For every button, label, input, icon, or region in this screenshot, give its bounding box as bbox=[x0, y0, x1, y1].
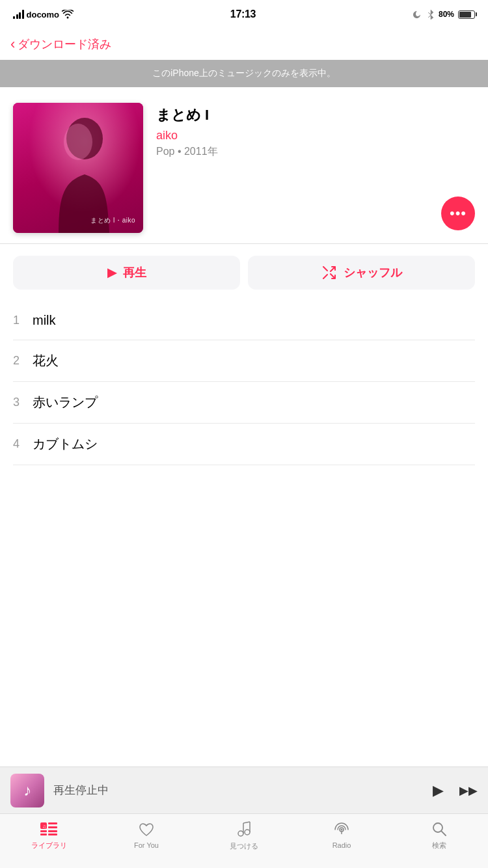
wifi-icon bbox=[62, 10, 74, 19]
track-list: 1 milk 2 花火 3 赤いランプ 4 カブトムシ bbox=[0, 301, 488, 465]
mini-player[interactable]: 再生停止中 ▶ ▶▶ bbox=[0, 766, 488, 813]
signal-icon bbox=[13, 10, 24, 19]
shuffle-label: シャッフル bbox=[344, 265, 402, 280]
track-number-2: 2 bbox=[13, 354, 33, 368]
mini-song-title: 再生停止中 bbox=[53, 783, 433, 798]
search-icon bbox=[432, 822, 446, 839]
svg-point-10 bbox=[238, 831, 243, 836]
tab-search-label: 検索 bbox=[432, 841, 446, 850]
svg-text:♫: ♫ bbox=[42, 824, 46, 830]
tab-library-label: ライブラリ bbox=[31, 841, 67, 850]
svg-point-17 bbox=[341, 829, 343, 831]
more-button[interactable]: ••• bbox=[441, 197, 475, 230]
svg-rect-4 bbox=[40, 834, 47, 835]
tab-radio[interactable]: Radio bbox=[293, 814, 390, 858]
status-time: 17:13 bbox=[230, 8, 256, 20]
music-note-icon bbox=[237, 821, 251, 839]
track-title-1: milk bbox=[33, 313, 56, 328]
status-bar: docomo 17:13 80% bbox=[0, 0, 488, 29]
tab-for-you[interactable]: For You bbox=[98, 814, 195, 858]
mini-skip-button[interactable]: ▶▶ bbox=[459, 783, 478, 798]
album-section: まとめ I・aiko まとめ I aiko Pop • 2011年 ••• bbox=[0, 87, 488, 243]
mini-album-art bbox=[10, 774, 44, 807]
library-icon: ♫ bbox=[40, 822, 57, 839]
action-buttons: ▶ 再生 シャッフル bbox=[0, 244, 488, 301]
tab-bar: ♫ ライブラリ For You 見つける bbox=[0, 813, 488, 868]
tab-radio-label: Radio bbox=[332, 841, 351, 849]
back-label: ダウンロード済み bbox=[18, 36, 111, 52]
radio-icon bbox=[333, 822, 350, 839]
track-number-1: 1 bbox=[13, 314, 33, 327]
banner-text: このiPhone上のミュージックのみを表示中。 bbox=[152, 68, 336, 78]
play-button[interactable]: ▶ 再生 bbox=[13, 256, 240, 290]
svg-rect-5 bbox=[48, 822, 57, 824]
album-title: まとめ I bbox=[156, 105, 475, 125]
track-number-3: 3 bbox=[13, 396, 33, 409]
status-right: 80% bbox=[413, 9, 475, 20]
svg-rect-6 bbox=[48, 826, 57, 828]
svg-rect-8 bbox=[48, 834, 57, 835]
track-title-4: カブトムシ bbox=[33, 435, 98, 453]
battery-percent: 80% bbox=[439, 10, 454, 19]
album-artist: aiko bbox=[156, 129, 475, 142]
tab-for-you-label: For You bbox=[134, 841, 159, 849]
tab-browse-label: 見つける bbox=[230, 841, 258, 851]
mini-play-button[interactable]: ▶ bbox=[433, 782, 444, 799]
svg-line-14 bbox=[243, 822, 250, 823]
play-label: 再生 bbox=[123, 265, 146, 280]
album-meta: Pop • 2011年 bbox=[156, 145, 475, 159]
tab-search[interactable]: 検索 bbox=[390, 814, 488, 858]
back-button[interactable]: ‹ ダウンロード済み bbox=[10, 36, 111, 52]
track-number-4: 4 bbox=[13, 437, 33, 451]
album-art: まとめ I・aiko bbox=[13, 103, 143, 233]
album-art-label: まとめ I・aiko bbox=[90, 216, 135, 225]
nav-bar: ‹ ダウンロード済み bbox=[0, 29, 488, 60]
heart-icon bbox=[139, 822, 154, 839]
track-item[interactable]: 1 milk bbox=[13, 301, 475, 340]
more-dots-icon: ••• bbox=[450, 205, 467, 222]
album-person-silhouette bbox=[13, 103, 143, 233]
tab-library[interactable]: ♫ ライブラリ bbox=[0, 814, 98, 858]
svg-line-19 bbox=[441, 831, 446, 835]
track-title-2: 花火 bbox=[33, 352, 59, 370]
tab-browse[interactable]: 見つける bbox=[195, 814, 293, 858]
mini-player-controls: ▶ ▶▶ bbox=[433, 782, 478, 799]
moon-icon bbox=[413, 9, 423, 20]
track-title-3: 赤いランプ bbox=[33, 394, 98, 411]
play-icon: ▶ bbox=[107, 265, 116, 280]
svg-point-1 bbox=[64, 124, 92, 160]
track-item[interactable]: 3 赤いランプ bbox=[13, 382, 475, 424]
svg-rect-3 bbox=[40, 830, 47, 832]
track-item[interactable]: 4 カブトムシ bbox=[13, 424, 475, 465]
offline-banner: このiPhone上のミュージックのみを表示中。 bbox=[0, 60, 488, 87]
bluetooth-icon bbox=[427, 9, 435, 20]
battery-icon bbox=[458, 10, 475, 19]
status-left: docomo bbox=[13, 10, 74, 20]
svg-rect-7 bbox=[48, 830, 57, 832]
album-info: まとめ I aiko Pop • 2011年 bbox=[156, 103, 475, 159]
track-item[interactable]: 2 花火 bbox=[13, 340, 475, 382]
carrier-label: docomo bbox=[27, 10, 60, 20]
shuffle-icon bbox=[321, 266, 337, 279]
shuffle-button[interactable]: シャッフル bbox=[248, 256, 475, 290]
svg-point-11 bbox=[245, 830, 250, 835]
back-chevron-icon: ‹ bbox=[10, 37, 15, 51]
